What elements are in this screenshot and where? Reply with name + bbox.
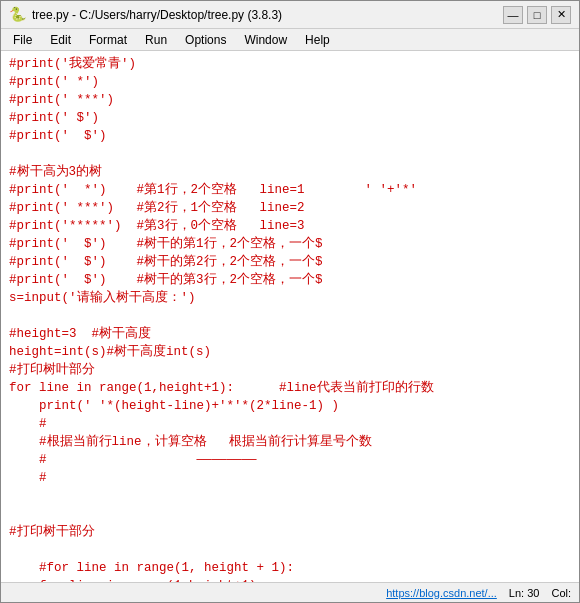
code-line: #print(' *') #第1行，2个空格 line=1 ' '+'*' [9, 181, 571, 199]
code-line: #for line in range(1, height + 1): [9, 559, 571, 577]
menu-options[interactable]: Options [177, 31, 234, 49]
menu-help[interactable]: Help [297, 31, 338, 49]
code-line: #print(' ***') #第2行，1个空格 line=2 [9, 199, 571, 217]
code-line: s=input('请输入树干高度：') [9, 289, 571, 307]
code-line: #print(' *') [9, 73, 571, 91]
code-line: # [9, 415, 571, 433]
code-line [9, 541, 571, 559]
minimize-button[interactable]: — [503, 6, 523, 24]
code-line: for line in range(1,height+1): #line代表当前… [9, 379, 571, 397]
code-line: #print('我爱常青') [9, 55, 571, 73]
close-button[interactable]: ✕ [551, 6, 571, 24]
main-window: 🐍 tree.py - C:/Users/harry/Desktop/tree.… [0, 0, 580, 603]
code-line: #print(' $') [9, 127, 571, 145]
code-line: #print(' $') [9, 109, 571, 127]
code-line: #print(' $') #树干的第1行，2个空格，一个$ [9, 235, 571, 253]
code-line: #print('*****') #第3行，0个空格 line=3 [9, 217, 571, 235]
editor-area[interactable]: #print('我爱常青')#print(' *')#print(' ***')… [1, 51, 579, 582]
code-line: # [9, 469, 571, 487]
code-line: #打印树干部分 [9, 523, 571, 541]
app-icon: 🐍 [9, 6, 26, 23]
status-link[interactable]: https://blog.csdn.net/... [386, 587, 497, 599]
title-controls: — □ ✕ [503, 6, 571, 24]
window-title: tree.py - C:/Users/harry/Desktop/tree.py… [32, 8, 282, 22]
code-line: #print(' $') #树干的第2行，2个空格，一个$ [9, 253, 571, 271]
title-bar-left: 🐍 tree.py - C:/Users/harry/Desktop/tree.… [9, 6, 282, 23]
code-line: #树干高为3的树 [9, 163, 571, 181]
code-line: #打印树叶部分 [9, 361, 571, 379]
status-ln: Ln: 30 [509, 587, 540, 599]
menu-bar: File Edit Format Run Options Window Help [1, 29, 579, 51]
status-col: Col: [551, 587, 571, 599]
menu-run[interactable]: Run [137, 31, 175, 49]
code-line: #height=3 #树干高度 [9, 325, 571, 343]
code-line [9, 307, 571, 325]
menu-window[interactable]: Window [236, 31, 295, 49]
title-bar: 🐍 tree.py - C:/Users/harry/Desktop/tree.… [1, 1, 579, 29]
code-line [9, 505, 571, 523]
menu-edit[interactable]: Edit [42, 31, 79, 49]
code-line: # ———————— [9, 451, 571, 469]
maximize-button[interactable]: □ [527, 6, 547, 24]
code-line: #print(' $') #树干的第3行，2个空格，一个$ [9, 271, 571, 289]
status-bar: https://blog.csdn.net/... Ln: 30 Col: [1, 582, 579, 602]
menu-format[interactable]: Format [81, 31, 135, 49]
code-line: height=int(s)#树干高度int(s) [9, 343, 571, 361]
code-line: #根据当前行line，计算空格 根据当前行计算星号个数 [9, 433, 571, 451]
code-line: print(' '*(height-line)+'*'*(2*line-1) ) [9, 397, 571, 415]
code-line [9, 487, 571, 505]
code-line: #print(' ***') [9, 91, 571, 109]
menu-file[interactable]: File [5, 31, 40, 49]
code-line [9, 145, 571, 163]
